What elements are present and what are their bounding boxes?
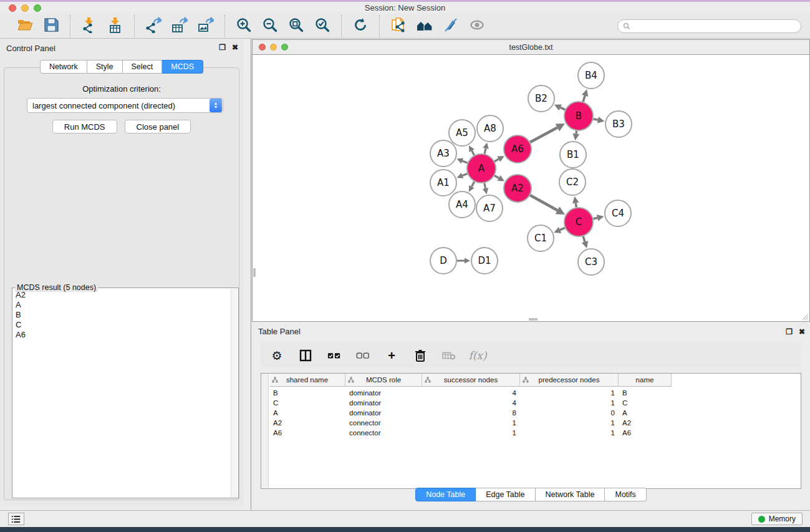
control-panel: Control Panel ❐ ✖ NetworkStyleSelectMCDS…	[0, 39, 243, 506]
node-label-B: B	[576, 110, 582, 122]
eye-button[interactable]	[468, 17, 486, 35]
folder-open-icon	[17, 17, 33, 36]
node-label-A6: A6	[511, 143, 524, 155]
edge-B-B4[interactable]	[583, 95, 585, 102]
column-header-successor-nodes[interactable]: successor nodes	[422, 374, 520, 387]
column-header-label: shared name	[286, 376, 328, 384]
deselect-all-rows-button[interactable]	[355, 348, 370, 363]
float-table-panel-icon[interactable]: ❐	[786, 327, 793, 336]
edge-A6-B[interactable]	[530, 128, 557, 143]
add-column-button[interactable]: +	[384, 348, 399, 363]
mcds-result-item[interactable]: B	[13, 310, 230, 320]
column-header-name[interactable]: name	[619, 374, 672, 387]
tab-node-table[interactable]: Node Table	[415, 488, 476, 501]
mcds-result-item[interactable]: A6	[13, 330, 230, 340]
table-row[interactable]: Cdominator41C	[269, 398, 801, 408]
zoom-in-button[interactable]	[235, 17, 253, 35]
save-session-button[interactable]	[42, 17, 60, 35]
tab-select[interactable]: Select	[123, 60, 163, 74]
close-panel-icon[interactable]: ✖	[232, 43, 238, 52]
import-table-button[interactable]	[107, 17, 124, 35]
edge-A2-C[interactable]	[530, 195, 557, 210]
mcds-result-scrollbar[interactable]	[231, 289, 238, 497]
clone-network-button[interactable]	[390, 17, 407, 35]
window-title: Session: New Session	[0, 3, 810, 12]
node-label-A8: A8	[484, 123, 496, 134]
node-label-A4: A4	[456, 199, 468, 210]
show-columns-button[interactable]	[298, 348, 313, 363]
search-field[interactable]	[617, 19, 801, 33]
table-settings-button[interactable]: ⚙	[269, 348, 284, 363]
edge-B-B2[interactable]	[561, 107, 566, 110]
table-row[interactable]: A6connector11A6	[269, 428, 801, 438]
column-type-icon	[348, 377, 354, 383]
resize-grip-icon[interactable]	[800, 312, 809, 321]
zoom-selected-button[interactable]	[314, 17, 331, 35]
tab-style[interactable]: Style	[87, 60, 123, 74]
edge-C-C4[interactable]	[593, 218, 597, 219]
node-label-D: D	[440, 255, 447, 266]
tab-motifs[interactable]: Motifs	[605, 488, 646, 501]
select-all-rows-button[interactable]	[327, 348, 342, 363]
table-header-row: shared nameMCDS rolesuccessor nodesprede…	[269, 374, 672, 387]
add-icon: +	[388, 349, 395, 363]
tab-network[interactable]: Network	[40, 60, 87, 74]
column-header-shared-name[interactable]: shared name	[269, 374, 345, 387]
close-table-panel-icon[interactable]: ✖	[799, 327, 805, 336]
float-panel-icon[interactable]: ❐	[219, 43, 226, 52]
table-cell: A6	[619, 429, 672, 437]
edge-B-B3[interactable]	[594, 119, 598, 120]
edge-C-C2[interactable]	[576, 203, 576, 207]
search-input[interactable]	[634, 22, 796, 31]
import-network-button[interactable]	[80, 17, 98, 35]
memory-button[interactable]: Memory	[751, 513, 803, 525]
column-header-MCDS-role[interactable]: MCDS role	[345, 374, 422, 387]
mcds-result-list[interactable]: A2ABCA6	[13, 290, 230, 497]
table-row[interactable]: Adominator80A	[269, 408, 801, 418]
panel-divider[interactable]	[251, 39, 251, 510]
tab-mcds[interactable]: MCDS	[162, 60, 203, 74]
close-panel-button[interactable]: Close panel	[125, 120, 191, 133]
edge-A-A6[interactable]	[494, 159, 499, 162]
mcds-result-item[interactable]: A2	[13, 290, 230, 300]
edge-C-C3[interactable]	[583, 236, 585, 242]
edge-A-A8[interactable]	[485, 148, 486, 154]
table-row[interactable]: Bdominator41B	[269, 388, 801, 398]
edge-A-A2[interactable]	[494, 176, 499, 178]
edge-B-B1[interactable]	[576, 131, 577, 134]
export-network-button[interactable]	[145, 17, 162, 35]
home-button[interactable]	[416, 17, 433, 35]
edge-A-A1[interactable]	[463, 174, 468, 176]
criterion-select[interactable]: largest connected component (directed) ▲…	[27, 98, 223, 113]
export-table-button[interactable]	[171, 17, 188, 35]
delete-column-button[interactable]	[413, 348, 428, 363]
edge-C-C1[interactable]	[560, 228, 565, 230]
annotation-toggle-button[interactable]	[442, 17, 460, 35]
mcds-result-item[interactable]: C	[13, 320, 230, 330]
zoom-out-button[interactable]	[261, 17, 279, 35]
network-window-titlebar[interactable]: testGlobe.txt	[253, 40, 809, 55]
table-cell: A6	[269, 429, 345, 437]
desktop-edge	[0, 527, 810, 532]
task-history-button[interactable]	[8, 513, 24, 525]
network-canvas[interactable]: B4B2BB3A8A5A6A3B1AC2A1A2A4A7C4CC1C3DD1	[253, 55, 809, 321]
table-row[interactable]: A2connector11A2	[269, 418, 801, 428]
edge-A-A7[interactable]	[485, 183, 486, 189]
tab-edge-table[interactable]: Edge Table	[476, 488, 535, 501]
zoom-fit-button[interactable]	[287, 17, 305, 35]
control-panel-header: Control Panel ❐ ✖	[0, 39, 243, 57]
network-hscroll-thumb[interactable]	[529, 318, 538, 321]
run-mcds-button[interactable]: Run MCDS	[52, 120, 117, 133]
tab-network-table[interactable]: Network Table	[536, 488, 605, 501]
edge-A-A3[interactable]	[462, 161, 467, 163]
refresh-button[interactable]	[352, 17, 369, 35]
open-session-button[interactable]	[16, 17, 34, 35]
column-header-predecessor-nodes[interactable]: predecessor nodes	[520, 374, 619, 387]
select-all-icon	[327, 349, 341, 362]
edge-A-A4[interactable]	[471, 181, 474, 186]
export-image-button[interactable]	[197, 17, 215, 35]
mcds-result-item[interactable]: A	[13, 300, 230, 310]
edge-A-A5[interactable]	[472, 151, 475, 155]
save-icon	[43, 17, 59, 36]
network-vscroll-thumb[interactable]	[253, 268, 256, 277]
